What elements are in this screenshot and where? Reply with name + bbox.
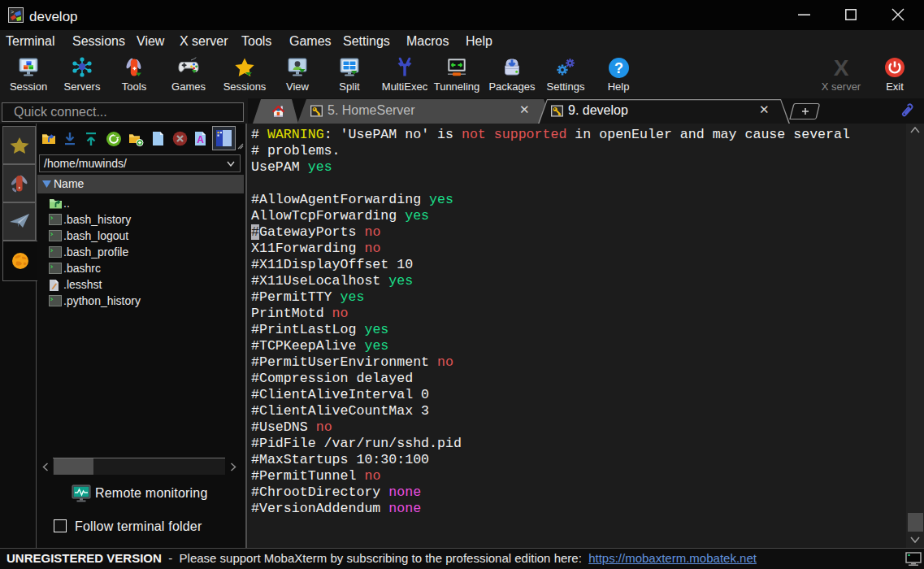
svg-text:?: ? (614, 60, 623, 76)
svg-text:X: X (834, 57, 849, 78)
svg-text:A: A (197, 134, 204, 146)
